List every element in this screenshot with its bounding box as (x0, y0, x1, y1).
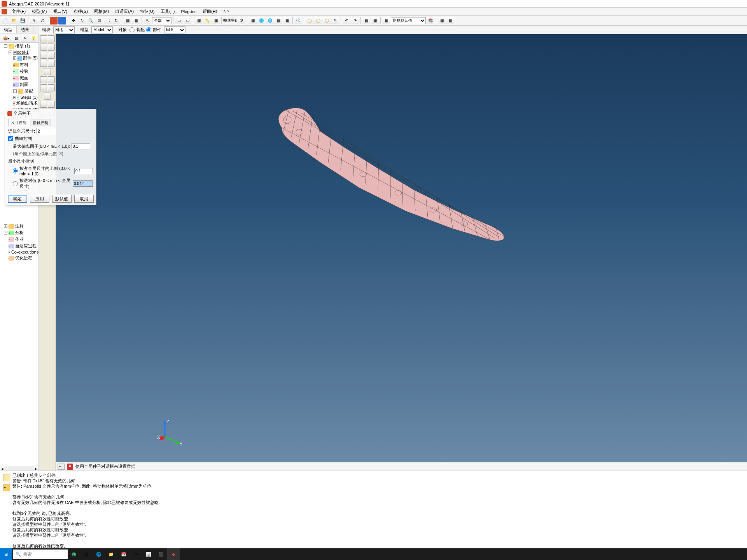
tree-analysis[interactable]: 分析 (15, 230, 24, 236)
tree-assembly[interactable]: 装配 (24, 88, 33, 94)
tab-results[interactable]: 结果 (17, 26, 33, 33)
menu-help[interactable]: 帮助(H) (199, 8, 220, 15)
taskbar-abaqus-icon[interactable]: ◆ (167, 548, 180, 560)
module-combo[interactable]: 网格 (53, 26, 75, 33)
menu-seed[interactable]: 布种(S) (70, 8, 91, 15)
prompt-back-icon[interactable]: ← (58, 464, 65, 470)
min-size-fraction-radio[interactable] (13, 168, 18, 173)
tree-adaptivity[interactable]: 自适应过程 (15, 243, 37, 249)
pan-icon[interactable]: ✥ (70, 17, 77, 24)
cycle-icon[interactable]: ⇅ (112, 17, 120, 24)
color1-icon[interactable] (50, 17, 58, 24)
global-size-input[interactable] (37, 128, 55, 134)
tool-delete-mesh-icon[interactable] (48, 84, 55, 91)
tool-virtual-topo-icon[interactable] (48, 76, 55, 83)
tree-optimization[interactable]: 优化进程 (15, 255, 32, 261)
tree-field-output[interactable]: 场输出请求 (16, 100, 38, 106)
print-icon[interactable]: 🖨 (30, 17, 38, 24)
tool-seed-edge-icon[interactable] (48, 35, 55, 42)
selgroup2-icon[interactable]: ▭ (184, 17, 191, 24)
menu-tools[interactable]: 工具(T) (157, 8, 178, 15)
tree-sections[interactable]: 截面 (20, 75, 28, 81)
dialog-tab-size[interactable]: 尺寸控制 (8, 119, 29, 126)
link2-icon[interactable]: ◯ (314, 17, 322, 24)
tool-create-elem-icon[interactable] (40, 101, 47, 108)
tree-expand-icon[interactable]: ⊡ (12, 35, 20, 42)
layout2-icon[interactable]: ▦ (446, 17, 454, 24)
start-button[interactable]: ⊞ (0, 548, 12, 560)
tree-scroll-right[interactable]: ▸ (34, 466, 38, 471)
selgroup-icon[interactable]: ▭ (175, 17, 183, 24)
object-part-radio[interactable] (146, 27, 151, 32)
msg-gutter-icon1[interactable] (3, 474, 10, 481)
tool-part-icon[interactable] (48, 60, 55, 67)
view-defaults-combo[interactable]: 网格默认值 (391, 17, 426, 24)
message-text[interactable]: 已创建了总共 5 个部件 警告: 部件 "lxl-5" 含有无效的几何 警告: … (12, 472, 744, 547)
menu-feature[interactable]: 特征(U) (137, 8, 157, 15)
tool-assign-stack-icon[interactable] (40, 60, 47, 67)
taskbar-cmd-icon[interactable]: ⬛ (155, 548, 167, 560)
menu-adaptive[interactable]: 自适应(A) (112, 8, 137, 15)
perspective2-icon[interactable]: ▦ (132, 17, 140, 24)
menu-file[interactable]: 文件(F) (9, 8, 29, 15)
tool-verify-icon[interactable] (44, 68, 51, 75)
tool-query-icon[interactable] (48, 101, 55, 108)
taskbar-explorer-icon[interactable]: 📁 (105, 548, 117, 560)
render3-icon[interactable]: 🌐 (266, 17, 274, 24)
taskbar-mail-icon[interactable]: ✉ (130, 548, 142, 560)
tool-create-node-icon[interactable] (44, 93, 51, 100)
viewport[interactable]: Z Y X (56, 34, 747, 462)
tree-tip-icon[interactable]: 💡 (30, 35, 37, 42)
model-tree[interactable]: −📁模型 (1) −Model-1 +▫部件 (5) ▫材料 ▫校验 ▫截面 ▫… (0, 43, 38, 466)
min-size-absolute-input[interactable] (73, 180, 93, 187)
redo-icon[interactable]: ↷ (351, 17, 359, 24)
display-icon[interactable]: ▦ (195, 17, 203, 24)
tree-model1[interactable]: Model-1 (13, 50, 29, 54)
render4-icon[interactable]: ▦ (275, 17, 282, 24)
link1-icon[interactable]: ◯ (306, 17, 313, 24)
tree-calibrations[interactable]: 校验 (20, 68, 28, 74)
zoom-window-icon[interactable]: ⊡ (95, 17, 103, 24)
tree-filter-icon[interactable]: 📦▾ (1, 35, 12, 42)
zoom-icon[interactable]: 🔍 (87, 17, 94, 24)
taskbar-search[interactable]: 🔍 搜索 (13, 550, 68, 559)
model-combo[interactable]: Model-1 (91, 26, 113, 33)
taskbar-app1-icon[interactable]: 🦚 (68, 548, 80, 560)
taskbar-calendar-icon[interactable]: 📅 (117, 548, 130, 560)
tree-materials[interactable]: 材料 (20, 62, 28, 68)
tree-root[interactable]: 模型 (1) (15, 43, 30, 49)
tree-collapse-icon[interactable]: ✎ (21, 35, 29, 42)
render5-icon[interactable]: ▦ (283, 17, 291, 24)
app-menu-icon[interactable] (2, 9, 7, 14)
tree-parts[interactable]: 部件 (5) (23, 55, 38, 61)
tool-edit-mesh-icon[interactable] (40, 84, 47, 91)
tool-assign-controls-icon[interactable] (40, 52, 47, 59)
curvature-checkbox[interactable] (8, 136, 13, 141)
tool-mesh-region-icon[interactable] (48, 44, 55, 51)
link3-icon[interactable]: ◯ (323, 17, 331, 24)
fit-icon[interactable]: ⛶ (104, 17, 112, 24)
new-icon[interactable]: 📄 (2, 17, 9, 24)
tool-seed-part-icon[interactable] (40, 35, 47, 42)
undo-icon[interactable]: ↶ (343, 17, 350, 24)
views2-icon[interactable]: ▦ (371, 17, 379, 24)
tree-profiles[interactable]: 剖面 (20, 82, 28, 88)
selection-filter-combo[interactable]: 全部 (152, 17, 171, 24)
taskbar-taskview-icon[interactable]: ⧉ (80, 548, 93, 560)
dialog-ok-button[interactable]: 确定 (8, 195, 27, 203)
save-icon[interactable]: 💾 (19, 17, 26, 24)
min-size-fraction-input[interactable] (74, 168, 93, 174)
min-size-absolute-radio[interactable] (13, 181, 18, 186)
menu-mesh[interactable]: 网格(M) (91, 8, 112, 15)
views1-icon[interactable]: ▦ (362, 17, 370, 24)
layout1-icon[interactable]: ▦ (438, 17, 446, 24)
annotate-icon[interactable]: ✎ (331, 17, 339, 24)
tree-jobs[interactable]: 作业 (15, 236, 24, 242)
dialog-cancel-button[interactable]: 取消 (74, 195, 94, 203)
prompt-cancel-icon[interactable]: ✕ (67, 464, 73, 470)
taskbar-edge-icon[interactable]: 🌐 (93, 548, 105, 560)
open-icon[interactable]: 📂 (10, 17, 18, 24)
color2-icon[interactable] (58, 17, 66, 24)
render2-icon[interactable]: 🌐 (257, 17, 265, 24)
tree-coexec[interactable]: Co-executions (11, 250, 38, 254)
